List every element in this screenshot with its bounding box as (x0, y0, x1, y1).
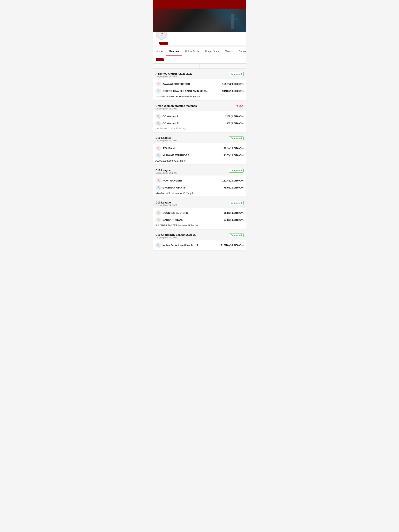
team-icon (155, 81, 161, 87)
team-score: 111/4 (10.0/10 Ov) (222, 179, 244, 182)
team-name-text: OC Women B (162, 122, 179, 125)
team-left-1: DARSAIT TITANS (155, 217, 183, 222)
match-result-text: BOUSHER BUSTERS won by 31 Run(s) (155, 223, 244, 227)
tab-teams[interactable]: Teams (222, 47, 236, 56)
team-icon (155, 152, 161, 158)
team-name-text: ORIENT TRAVELS / ABU AMIN METAL (162, 89, 208, 93)
team-row: Indian School Wadi Kabir U19110/10 (38.2… (155, 242, 244, 249)
match-group-6-subtitle: League | Mar 14, 2022 (155, 236, 196, 239)
svg-rect-4 (231, 24, 233, 29)
match-group-3-status-badge: Completed (229, 136, 244, 140)
tab-series[interactable]: Series (236, 47, 246, 56)
series-filter[interactable] (153, 63, 200, 69)
team-row: KHUWAIR WARRIORS111/7 (10.0/10 Ov) (155, 152, 244, 159)
results-tab-button[interactable] (156, 58, 164, 61)
team-row: ORIENT TRAVELS / ABU AMIN METAL94/10 (19… (155, 88, 244, 95)
team-name-text: RUWI RANGERS (162, 179, 183, 182)
team-icon (155, 120, 161, 126)
match-group-6-header: U19 GroupsOC Season 2021-22League | Mar … (153, 231, 246, 240)
team-icon (155, 178, 161, 183)
team-name-text: KHUWAIR WARRIORS (162, 154, 189, 157)
team-row: OC Women B0/0 (0.0/20 Ov) (155, 120, 244, 127)
team-score: 94/10 (19.5/20 Ov) (222, 89, 244, 93)
match-group-6-title: U19 GroupsOC Season 2021-22 (155, 233, 196, 236)
match-group-4-status-badge: Completed (229, 169, 244, 172)
team-left-1: ORIENT TRAVELS / ABU AMIN METAL (155, 88, 208, 94)
team-row: DARSAIT TITANS67/8 (10.0/10 Ov) (155, 216, 244, 223)
match-group-5-title: D10 League (155, 201, 177, 204)
match-group-6-status-badge: Completed (229, 233, 244, 237)
sub-tabs (153, 56, 246, 63)
team-icon (155, 210, 161, 215)
follow-button[interactable] (159, 42, 168, 45)
team-score: 0/0 (0.0/20 Ov) (227, 122, 244, 125)
team-icon (155, 185, 161, 190)
team-icon (155, 242, 161, 248)
match-group-6[interactable]: U19 GroupsOC Season 2021-22League | Mar … (153, 231, 246, 250)
match-group-1-header: A DIV (50 OVERS) 2021-2022League | Mar 1… (153, 70, 246, 79)
match-group-4-title: D10 League (155, 169, 177, 172)
tab-matches[interactable]: Matches (166, 47, 182, 56)
match-group-1-match-item[interactable]: ZAWAWI POWERTECH155/7 (20.0/20 Ov)ORIENT… (153, 79, 246, 100)
match-group-3-header: D10 LeagueLeague | Mar 14, 2022Completed (153, 134, 246, 143)
match-list: A DIV (50 OVERS) 2021-2022League | Mar 1… (153, 70, 246, 251)
team-score: 67/8 (10.0/10 Ov) (224, 218, 244, 222)
match-group-1[interactable]: A DIV (50 OVERS) 2021-2022League | Mar 1… (153, 70, 246, 100)
match-group-4-match-item[interactable]: RUWI RANGERS111/4 (10.0/10 Ov)GHUBRAH GI… (153, 176, 246, 197)
team-icon (155, 114, 161, 119)
live-dot-icon (237, 105, 238, 107)
team-row: ZAWAWI POWERTECH155/7 (20.0/20 Ov) (155, 80, 244, 88)
team-left-0: BOUSHER BUSTERS (155, 210, 188, 215)
team-row: GHUBRAH GIANTS75/9 (10.0/10 Ov) (155, 184, 244, 191)
team-score: 122/3 (10.0/10 Ov) (222, 147, 244, 150)
match-group-2-subtitle: League | Mar 15, 2022 (155, 108, 197, 110)
tab-points-table[interactable]: Points Table (182, 47, 202, 56)
match-group-6-match-item[interactable]: Indian School Wadi Kabir U19110/10 (38.2… (153, 240, 246, 250)
match-group-5[interactable]: D10 LeagueLeague | Mar 14, 2022Completed… (153, 199, 246, 229)
team-name-text: GHUBRAH GIANTS (162, 186, 186, 189)
match-group-1-title: A DIV (50 OVERS) 2021-2022 (155, 72, 192, 75)
match-group-3[interactable]: D10 LeagueLeague | Mar 14, 2022Completed… (153, 134, 246, 164)
team-score: 11/1 (1.5/20 Ov) (225, 115, 244, 118)
match-group-5-match-item[interactable]: BOUSHER BUSTERS98/8 (10.0/10 Ov)DARSAIT … (153, 208, 246, 229)
tab-home[interactable]: Home (153, 47, 166, 56)
teams-filter[interactable] (200, 63, 246, 69)
match-group-2[interactable]: Oman Women practice matchesLeague | Mar … (153, 102, 246, 132)
match-group-3-match-item[interactable]: AZAIBA XI122/3 (10.0/10 Ov)KHUWAIR WARRI… (153, 143, 246, 164)
svg-rect-1 (231, 18, 234, 24)
filters-row (153, 63, 246, 69)
team-row: RUWI RANGERS111/4 (10.0/10 Ov) (155, 177, 244, 184)
match-group-4-subtitle: League | Mar 14, 2022 (155, 172, 177, 174)
match-group-1-status-badge: Completed (229, 72, 244, 76)
last-updated-text: Last Updated: 1 min, 47 sec ago. (155, 127, 244, 130)
team-left-0: AZAIBA XI (155, 146, 175, 151)
svg-point-0 (231, 14, 235, 18)
match-group-3-subtitle: League | Mar 14, 2022 (155, 139, 177, 142)
team-row: AZAIBA XI122/3 (10.0/10 Ov) (155, 145, 244, 152)
match-result-text: RUWI RANGERS won by 36 Run(s) (155, 191, 244, 195)
team-name-text: DARSAIT TITANS (162, 218, 183, 222)
team-left-0: OC Women A (155, 114, 179, 119)
schedule-tab-button[interactable] (166, 58, 171, 61)
team-left-1: OC Women B (155, 120, 179, 126)
match-group-4[interactable]: D10 LeagueLeague | Mar 14, 2022Completed… (153, 167, 246, 197)
team-name-text: AZAIBA XI (162, 147, 175, 150)
nav-tabs: Home Matches Points Table Player Stats T… (153, 47, 246, 56)
match-group-4-header: D10 LeagueLeague | Mar 14, 2022Completed (153, 167, 246, 176)
cricket-player-illustration (223, 13, 242, 32)
tab-player-stats[interactable]: Player Stats (202, 47, 222, 56)
team-left-1: GHUBRAH GIANTS (155, 185, 186, 190)
svg-rect-5 (233, 24, 234, 29)
svg-rect-2 (229, 17, 231, 19)
match-group-2-match-item[interactable]: OC Women A11/1 (1.5/20 Ov)OC Women B0/0 … (153, 111, 246, 132)
match-group-2-live-badge: Live (237, 104, 244, 107)
team-icon (155, 217, 161, 222)
followers-row (156, 42, 243, 45)
team-row: BOUSHER BUSTERS98/8 (10.0/10 Ov) (155, 209, 244, 216)
team-name-text: BOUSHER BUSTERS (162, 211, 188, 214)
team-score: 110/10 (38.2/50 Ov) (221, 244, 244, 247)
hero-banner (153, 9, 246, 32)
team-row: OC Women A11/1 (1.5/20 Ov) (155, 113, 244, 120)
team-left-0: Indian School Wadi Kabir U19 (155, 242, 198, 248)
svg-rect-3 (234, 18, 238, 20)
